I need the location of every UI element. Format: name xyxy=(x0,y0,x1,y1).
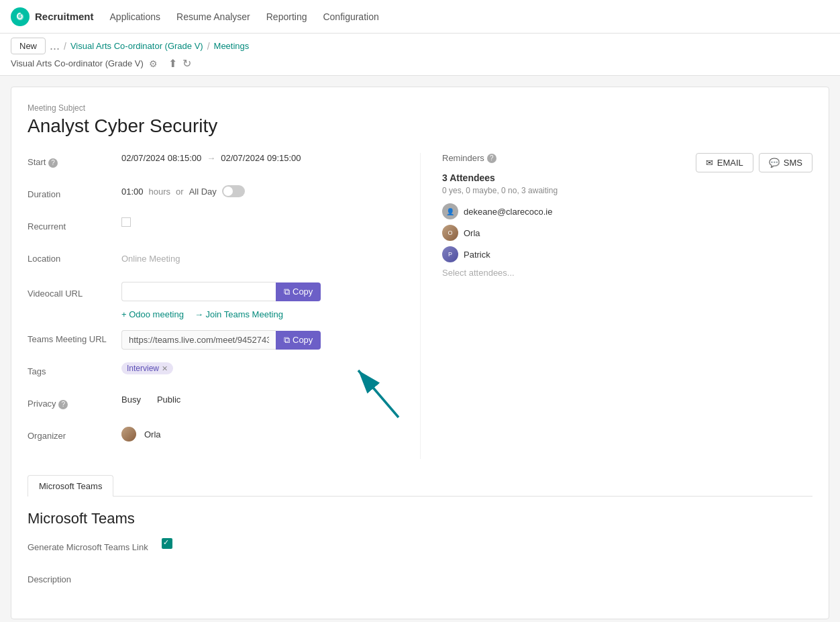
all-day-toggle[interactable] xyxy=(222,185,245,197)
recurrent-row: Recurrent xyxy=(28,217,399,239)
tag-remove[interactable]: ✕ xyxy=(162,364,168,373)
breadcrumb-job[interactable]: Visual Arts Co-ordinator (Grade V) xyxy=(70,41,203,51)
organizer-avatar xyxy=(121,427,136,442)
meeting-links-row: + Odoo meeting → Join Teams Meeting xyxy=(121,309,283,319)
attendee-avatar-2: O xyxy=(442,225,458,241)
attendee-item: P Patrick xyxy=(442,246,812,262)
email-button[interactable]: ✉ EMAIL xyxy=(696,153,753,172)
nav-reporting[interactable]: Reporting xyxy=(266,11,307,22)
nav-resume-analyser[interactable]: Resume Analyser xyxy=(176,11,250,22)
videocall-input[interactable] xyxy=(121,282,276,301)
breadcrumb-meetings[interactable]: Meetings xyxy=(214,41,250,51)
tags-value: Interview ✕ xyxy=(121,362,399,374)
date-arrow: → xyxy=(207,153,215,163)
upload-icon[interactable]: ⬆ xyxy=(168,57,177,70)
organizer-name[interactable]: Orla xyxy=(144,429,161,439)
tab-microsoft-teams[interactable]: Microsoft Teams xyxy=(28,475,113,497)
reminders-help-icon[interactable]: ? xyxy=(487,154,496,163)
main-content: Meeting Subject Analyst Cyber Security S… xyxy=(11,87,829,619)
location-row: Location Online Meeting xyxy=(28,250,399,271)
interview-tag[interactable]: Interview ✕ xyxy=(121,362,173,374)
start-dates: 02/07/2024 08:15:00 → 02/07/2024 09:15:0… xyxy=(121,153,399,163)
new-button[interactable]: New xyxy=(11,38,46,54)
breadcrumb-bar: New ... / Visual Arts Co-ordinator (Grad… xyxy=(0,34,840,56)
sub-breadcrumb: Visual Arts Co-ordinator (Grade V) ⚙ ⬆ ↻ xyxy=(0,56,840,76)
privacy-value: Busy Public xyxy=(121,395,399,405)
start-date[interactable]: 02/07/2024 08:15:00 xyxy=(121,153,201,163)
app-logo: Recruitment xyxy=(11,7,94,26)
tags-label: Tags xyxy=(28,362,121,376)
generate-teams-value xyxy=(162,538,812,549)
start-help-icon[interactable]: ? xyxy=(48,158,58,168)
organizer-row: Organizer Orla xyxy=(28,427,399,448)
privacy-row: Privacy ? Busy Public xyxy=(28,395,399,416)
attendee-item: 👤 dekeane@clarecoco.ie xyxy=(442,203,812,219)
attendees-status: 0 yes, 0 maybe, 0 no, 3 awaiting xyxy=(442,186,812,195)
copy-label: Copy xyxy=(293,287,313,297)
duration-hours[interactable]: 01:00 xyxy=(121,187,144,197)
videocall-value: ⧉ Copy xyxy=(121,282,399,301)
attendee-email-1: dekeane@clarecoco.ie xyxy=(464,207,552,217)
organizer-value: Orla xyxy=(121,427,399,442)
sms-button[interactable]: 💬 SMS xyxy=(759,153,812,172)
teams-url-input[interactable] xyxy=(121,330,276,350)
join-teams-link[interactable]: → Join Teams Meeting xyxy=(195,309,283,319)
all-day-label: All Day xyxy=(189,187,217,197)
gear-icon[interactable]: ⚙ xyxy=(149,58,158,69)
hours-text: hours xyxy=(149,187,171,197)
videocall-input-row: ⧉ Copy xyxy=(121,282,321,301)
tag-label: Interview xyxy=(127,364,159,373)
generate-teams-checkbox[interactable] xyxy=(162,538,172,549)
breadcrumb-sep-1: / xyxy=(64,41,66,52)
privacy-public[interactable]: Public xyxy=(157,395,180,405)
nav-configuration[interactable]: Configuration xyxy=(323,11,378,22)
teams-url-row: Teams Meeting URL ⧉ Copy xyxy=(28,330,399,352)
form-grid: Start ? 02/07/2024 08:15:00 → 02/07/2024… xyxy=(28,153,812,459)
attendee-avatar-3: P xyxy=(442,246,458,262)
form-right: Reminders ? ✉ EMAIL 💬 SMS 3 Attendees xyxy=(420,153,812,459)
teams-copy-button[interactable]: ⧉ Copy xyxy=(276,331,321,350)
description-row: Description xyxy=(28,570,812,592)
videocall-row: Videocall URL ⧉ Copy + Odoo meetin xyxy=(28,282,399,319)
or-text: or xyxy=(176,187,184,197)
select-attendees[interactable]: Select attendees... xyxy=(442,268,812,278)
attendee-name-patrick: Patrick xyxy=(464,250,490,260)
teams-copy-label: Copy xyxy=(293,335,313,345)
description-label: Description xyxy=(28,570,121,584)
privacy-busy[interactable]: Busy xyxy=(121,395,141,405)
attendee-list: 👤 dekeane@clarecoco.ie O Orla P Patr xyxy=(442,203,812,262)
start-row: Start ? 02/07/2024 08:15:00 → 02/07/2024… xyxy=(28,153,399,174)
recurrent-checkbox[interactable] xyxy=(121,217,131,227)
location-placeholder[interactable]: Online Meeting xyxy=(121,250,180,264)
attendee-avatar-1: 👤 xyxy=(442,203,458,219)
location-label: Location xyxy=(28,250,121,264)
attendees-count: 3 Attendees xyxy=(442,172,812,183)
reminders-section: Reminders ? xyxy=(442,153,496,171)
privacy-label: Privacy ? xyxy=(28,395,121,409)
breadcrumb-sep-2: / xyxy=(207,41,210,52)
teams-url-input-row: ⧉ Copy xyxy=(121,330,321,350)
logo-icon xyxy=(11,7,30,26)
generate-teams-label: Generate Microsoft Teams Link xyxy=(28,538,162,552)
videocall-copy-button[interactable]: ⧉ Copy xyxy=(276,282,321,301)
top-nav: Recruitment Applications Resume Analyser… xyxy=(0,0,840,34)
duration-row: Duration 01:00 hours or All Day xyxy=(28,185,399,207)
attendee-item: O Orla xyxy=(442,225,812,241)
teams-url-value: ⧉ Copy xyxy=(121,330,399,350)
attendee-name-orla: Orla xyxy=(464,228,480,238)
end-date[interactable]: 02/07/2024 09:15:00 xyxy=(221,153,301,163)
privacy-help-icon[interactable]: ? xyxy=(58,400,68,409)
recurrent-value xyxy=(121,217,399,227)
toggle-knob xyxy=(223,187,233,196)
breadcrumb-dots[interactable]: ... xyxy=(50,39,60,53)
tags-row: Tags Interview ✕ xyxy=(28,362,399,384)
organizer-label: Organizer xyxy=(28,427,121,441)
duration-value: 01:00 hours or All Day xyxy=(121,185,399,197)
meeting-subject-label: Meeting Subject xyxy=(28,103,812,113)
odoo-meeting-link[interactable]: + Odoo meeting xyxy=(121,309,184,319)
refresh-icon[interactable]: ↻ xyxy=(182,57,191,70)
teams-copy-icon: ⧉ xyxy=(284,335,290,346)
duration-label: Duration xyxy=(28,185,121,199)
nav-applications[interactable]: Applications xyxy=(110,11,161,22)
form-left: Start ? 02/07/2024 08:15:00 → 02/07/2024… xyxy=(28,153,420,459)
